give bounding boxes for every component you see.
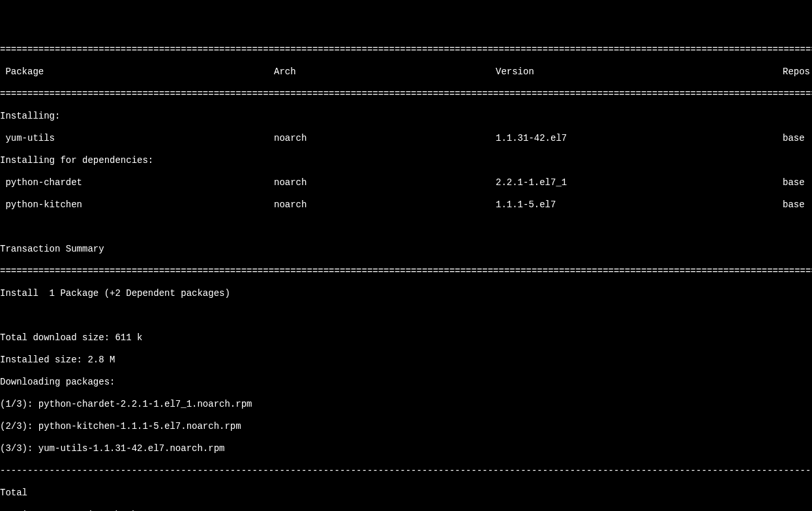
- terminal-output: ========================================…: [0, 33, 812, 511]
- table-row: python-kitchennoarch1.1.1-5.el7base: [0, 199, 812, 211]
- blank-line: [0, 222, 812, 233]
- header-arch: Arch: [274, 66, 496, 78]
- pkg-version: 1.1.1-5.el7: [496, 199, 783, 211]
- header-package: Package: [0, 66, 274, 78]
- transaction-summary-label: Transaction Summary: [0, 244, 812, 255]
- table-row: yum-utilsnoarch1.1.31-42.el7base: [0, 133, 812, 144]
- install-summary: Install 1 Package (+2 Dependent packages…: [0, 288, 812, 299]
- pkg-arch: noarch: [274, 133, 496, 144]
- section-installing-deps: Installing for dependencies:: [0, 155, 812, 166]
- pkg-name: yum-utils: [0, 133, 274, 144]
- table-header: PackageArchVersionRepos: [0, 66, 812, 78]
- divider: ========================================…: [0, 89, 812, 100]
- pkg-name: python-chardet: [0, 177, 274, 188]
- pkg-repo: base: [783, 199, 812, 211]
- download-line: (2/3): python-kitchen-1.1.1-5.el7.noarch…: [0, 421, 812, 432]
- installed-size: Installed size: 2.8 M: [0, 355, 812, 366]
- download-line: (1/3): python-chardet-2.2.1-1.el7_1.noar…: [0, 399, 812, 410]
- pkg-arch: noarch: [274, 177, 496, 188]
- divider: ----------------------------------------…: [0, 465, 812, 476]
- section-installing: Installing:: [0, 111, 812, 122]
- header-version: Version: [496, 66, 783, 78]
- pkg-version: 2.2.1-1.el7_1: [496, 177, 783, 188]
- download-size: Total download size: 611 k: [0, 332, 812, 343]
- total-label: Total: [0, 488, 812, 499]
- blank-line: [0, 310, 812, 321]
- downloading-label: Downloading packages:: [0, 377, 812, 388]
- pkg-version: 1.1.31-42.el7: [496, 133, 783, 144]
- pkg-repo: base: [783, 133, 812, 144]
- table-row: python-chardetnoarch2.2.1-1.el7_1base: [0, 177, 812, 188]
- header-repo: Repos: [783, 66, 812, 78]
- divider: ========================================…: [0, 44, 812, 55]
- pkg-name: python-kitchen: [0, 199, 274, 211]
- pkg-arch: noarch: [274, 199, 496, 211]
- divider: ========================================…: [0, 266, 812, 277]
- pkg-repo: base: [783, 177, 812, 188]
- download-line: (3/3): yum-utils-1.1.31-42.el7.noarch.rp…: [0, 443, 812, 454]
